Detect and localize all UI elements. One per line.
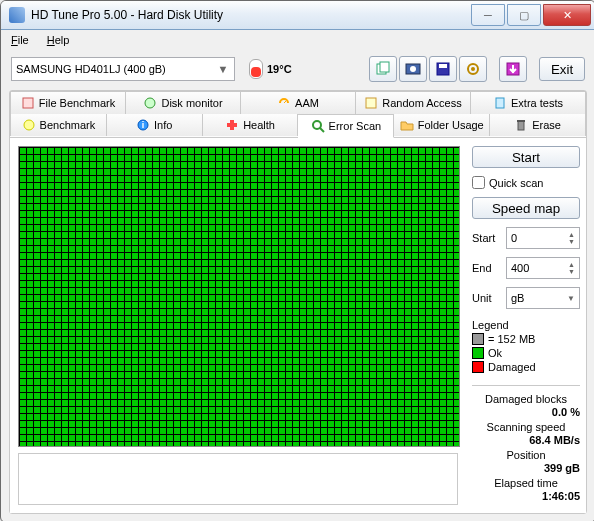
quick-scan-label: Quick scan <box>489 177 543 189</box>
tab-erase[interactable]: Erase <box>490 114 586 136</box>
start-label: Start <box>472 232 502 244</box>
unit-label: Unit <box>472 292 502 304</box>
svg-rect-20 <box>518 121 524 130</box>
svg-rect-5 <box>439 64 447 68</box>
svg-point-7 <box>471 67 475 71</box>
tab-aam[interactable]: AAM <box>241 91 356 114</box>
options-button[interactable] <box>459 56 487 82</box>
menu-file[interactable]: File <box>5 32 35 48</box>
menu-help[interactable]: Help <box>41 32 76 48</box>
legend: Legend = 152 MB Ok Damaged <box>472 319 580 373</box>
svg-text:i: i <box>142 120 145 130</box>
drive-selected: SAMSUNG HD401LJ (400 gB) <box>16 63 166 75</box>
exit-button[interactable]: Exit <box>539 57 585 81</box>
stats: Damaged blocks 0.0 % Scanning speed 68.4… <box>472 385 580 502</box>
svg-point-18 <box>313 121 321 129</box>
minimize-button[interactable]: ─ <box>471 4 505 26</box>
unit-select[interactable]: gB▼ <box>506 287 580 309</box>
start-button[interactable]: Start <box>472 146 580 168</box>
position-value: 399 gB <box>472 462 580 474</box>
spinner-icon: ▲▼ <box>568 261 575 275</box>
window-title: HD Tune Pro 5.00 - Hard Disk Utility <box>31 8 471 22</box>
elapsed-value: 1:46:05 <box>472 490 580 502</box>
speed-value: 68.4 MB/s <box>472 434 580 446</box>
svg-point-10 <box>145 98 155 108</box>
tab-strip: File Benchmark Disk monitor AAM Random A… <box>10 91 586 138</box>
position-label: Position <box>472 449 580 461</box>
maximize-button[interactable]: ▢ <box>507 4 541 26</box>
quick-scan-checkbox[interactable] <box>472 176 485 189</box>
speed-map-button[interactable]: Speed map <box>472 197 580 219</box>
drive-select[interactable]: SAMSUNG HD401LJ (400 gB) ▼ <box>11 57 235 81</box>
save-button[interactable] <box>429 56 457 82</box>
tab-error-scan[interactable]: Error Scan <box>298 114 394 138</box>
copy-info-button[interactable] <box>369 56 397 82</box>
skip-button[interactable] <box>499 56 527 82</box>
tab-extra-tests[interactable]: Extra tests <box>471 91 586 114</box>
damaged-value: 0.0 % <box>472 406 580 418</box>
legend-title: Legend <box>472 319 580 331</box>
app-icon <box>9 7 25 23</box>
legend-damaged-icon <box>472 361 484 373</box>
tab-random-access[interactable]: Random Access <box>356 91 471 114</box>
tab-file-benchmark[interactable]: File Benchmark <box>10 91 126 114</box>
speed-label: Scanning speed <box>472 421 580 433</box>
menu-bar: File Help <box>1 30 594 50</box>
damaged-label: Damaged blocks <box>472 393 580 405</box>
thermometer-icon <box>249 59 263 79</box>
svg-point-13 <box>24 120 34 130</box>
svg-rect-9 <box>23 98 33 108</box>
chevron-down-icon: ▼ <box>216 63 230 75</box>
tab-benchmark[interactable]: Benchmark <box>10 114 107 136</box>
end-label: End <box>472 262 502 274</box>
screenshot-button[interactable] <box>399 56 427 82</box>
quick-scan-row[interactable]: Quick scan <box>472 176 580 189</box>
close-button[interactable]: ✕ <box>543 4 591 26</box>
svg-rect-11 <box>366 98 376 108</box>
tab-health[interactable]: Health <box>203 114 299 136</box>
temperature: 19°C <box>249 59 292 79</box>
svg-point-3 <box>410 66 416 72</box>
tab-folder-usage[interactable]: Folder Usage <box>394 114 490 136</box>
svg-rect-12 <box>496 98 504 108</box>
svg-rect-17 <box>227 123 237 127</box>
app-window: HD Tune Pro 5.00 - Hard Disk Utility ─ ▢… <box>0 0 594 521</box>
spinner-icon: ▲▼ <box>568 231 575 245</box>
svg-rect-21 <box>517 120 525 122</box>
legend-ok-icon <box>472 347 484 359</box>
titlebar: HD Tune Pro 5.00 - Hard Disk Utility ─ ▢… <box>1 1 594 30</box>
svg-rect-1 <box>380 62 389 72</box>
side-panel: Start Quick scan Speed map Start 0▲▼ End… <box>466 138 586 513</box>
elapsed-label: Elapsed time <box>472 477 580 489</box>
content-pane: File Benchmark Disk monitor AAM Random A… <box>9 90 587 514</box>
start-input[interactable]: 0▲▼ <box>506 227 580 249</box>
chevron-down-icon: ▼ <box>567 294 575 303</box>
tab-disk-monitor[interactable]: Disk monitor <box>126 91 241 114</box>
log-area <box>18 453 458 505</box>
scan-grid <box>18 146 460 447</box>
temp-value: 19°C <box>267 63 292 75</box>
tab-info[interactable]: iInfo <box>107 114 203 136</box>
svg-line-19 <box>320 128 324 132</box>
end-input[interactable]: 400▲▼ <box>506 257 580 279</box>
legend-block-icon <box>472 333 484 345</box>
toolbar: SAMSUNG HD401LJ (400 gB) ▼ 19°C Exit <box>1 50 594 86</box>
